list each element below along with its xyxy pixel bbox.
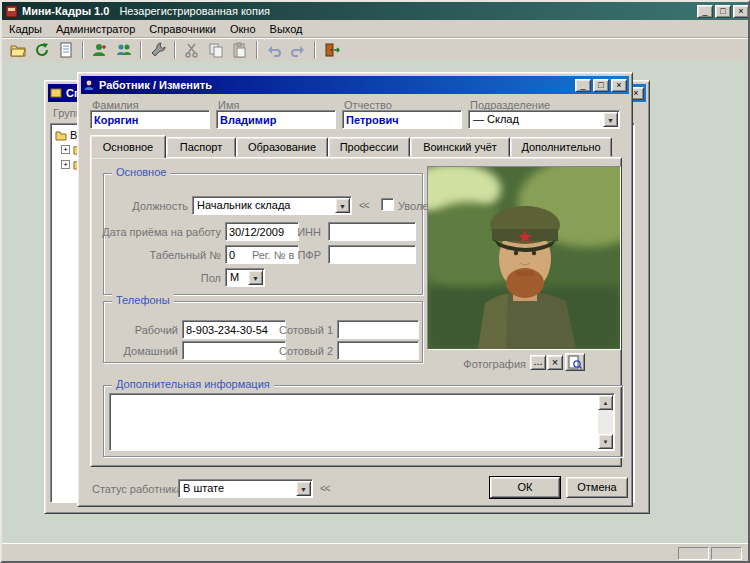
pfr-label: Рег. № в ПФР [243,249,321,261]
exit-icon[interactable] [320,40,344,60]
tools-icon[interactable] [146,40,170,60]
tree-expand-icon[interactable]: + [61,160,70,169]
dialog-title: Работник / Изменить [99,79,212,91]
employee-dialog: Работник / Изменить _ □ × Фамилия Имя От… [77,72,633,507]
chevron-down-icon[interactable]: ▼ [248,270,263,285]
photo-image [428,167,620,349]
vertical-scrollbar[interactable]: ▲ ▼ [598,395,613,449]
toolbar-separator [256,41,258,59]
tab-number-label: Табельный № [118,249,221,261]
menu-item-okno[interactable]: Окно [223,21,263,37]
status-combobox[interactable]: В штате ▼ [178,479,313,498]
cell1-phone-label: Сотовый 1 [263,324,333,336]
users-icon[interactable] [112,40,136,60]
home-phone-label: Домашний [108,345,178,357]
middle-name-input[interactable] [342,110,462,129]
position-expand-chevrons[interactable]: << [359,200,369,211]
app-titlebar: Мини-Кадры 1.0 Незарегистрированная копи… [2,2,750,20]
position-combobox[interactable]: Начальник склада ▼ [192,196,352,215]
photo-label: Фотография [438,358,526,370]
department-combobox[interactable]: — Склад ▼ [468,110,620,129]
redo-icon[interactable] [286,40,310,60]
tab-voinskiy-uchet[interactable]: Воинский учёт [410,137,510,157]
cancel-button[interactable]: Отмена [566,477,628,498]
app-subtitle: Незарегистрированная копия [119,5,270,17]
dialog-window-controls: _ □ × [573,79,627,92]
extra-info-legend: Дополнительная информация [112,378,274,390]
tab-osnovnoe[interactable]: Основное [90,135,166,158]
app-menubar: Кадры Администратор Справочники Окно Вых… [2,20,750,38]
app-close-button[interactable]: × [733,5,749,18]
photo-browse-button[interactable]: ... [530,355,546,370]
menu-item-spravochniki[interactable]: Справочники [142,21,223,37]
fired-checkbox[interactable] [381,198,394,211]
copy-icon[interactable] [204,40,228,60]
folder-icon [55,129,67,141]
add-user-icon[interactable] [88,40,112,60]
extra-info-textarea[interactable]: ▲ ▼ [109,393,615,451]
status-label: Статус работника [92,483,183,495]
dialog-close-button[interactable]: × [611,79,627,92]
open-folder-icon[interactable] [6,40,30,60]
employee-photo [427,166,621,350]
tab-dopolnitelno[interactable]: Дополнительно [510,137,612,157]
scroll-up-icon[interactable]: ▲ [598,395,613,410]
last-name-input[interactable] [90,110,210,129]
app-statusbar [2,543,750,563]
statusbar-cell [711,547,742,560]
dialog-minimize-button[interactable]: _ [575,79,591,92]
app-toolbar [2,38,750,61]
dialog-icon [83,79,95,91]
dialog-titlebar: Работник / Изменить _ □ × [81,76,629,94]
position-label: Должность [108,200,188,212]
reference-window-icon [50,87,62,99]
tab-pasport[interactable]: Паспорт [166,137,236,157]
toolbar-separator [314,41,316,59]
photo-preview-button[interactable] [565,353,585,371]
chevron-down-icon[interactable]: ▼ [603,112,618,127]
inn-label: ИНН [266,226,321,238]
gender-combobox[interactable]: М ▼ [225,268,265,287]
tab-obrazovanie[interactable]: Образование [236,137,328,157]
menu-item-kadry[interactable]: Кадры [2,21,49,37]
app-maximize-button[interactable]: □ [715,5,731,18]
app-title: Мини-Кадры 1.0 [22,5,109,17]
cell1-phone-input[interactable] [337,320,419,339]
statusbar-cell [678,547,709,560]
menu-item-administrator[interactable]: Администратор [49,21,142,37]
main-group-legend: Основное [112,166,170,178]
app-icon [5,5,18,18]
menu-item-vykhod[interactable]: Выход [263,21,310,37]
app-window-controls: _ □ × [695,5,749,18]
chevron-down-icon[interactable]: ▼ [296,481,311,496]
first-name-input[interactable] [216,110,336,129]
gender-label: Пол [178,272,221,284]
app-window: Мини-Кадры 1.0 Незарегистрированная копи… [0,0,750,563]
dialog-maximize-button[interactable]: □ [593,79,609,92]
chevron-down-icon[interactable]: ▼ [335,198,350,213]
paste-icon[interactable] [228,40,252,60]
cut-icon[interactable] [180,40,204,60]
inn-input[interactable] [328,222,416,241]
undo-icon[interactable] [262,40,286,60]
toolbar-separator [82,41,84,59]
photo-remove-button[interactable]: × [547,355,563,370]
app-minimize-button[interactable]: _ [697,5,713,18]
phones-group-legend: Телефоны [112,294,174,306]
tab-professii[interactable]: Профессии [328,137,410,157]
toolbar-separator [140,41,142,59]
status-expand-chevrons[interactable]: << [320,483,330,494]
ok-button[interactable]: ОК [490,477,560,498]
pfr-input[interactable] [328,245,416,264]
cell2-phone-input[interactable] [337,341,419,360]
report-icon[interactable] [54,40,78,60]
hire-date-label: Дата приёма на работу [96,226,221,238]
toolbar-separator [174,41,176,59]
tree-expand-icon[interactable]: + [61,145,70,154]
preview-icon [568,355,582,369]
cell2-phone-label: Сотовый 2 [263,345,333,357]
scroll-down-icon[interactable]: ▼ [598,434,613,449]
work-phone-label: Рабочий [108,324,178,336]
refresh-icon[interactable] [30,40,54,60]
